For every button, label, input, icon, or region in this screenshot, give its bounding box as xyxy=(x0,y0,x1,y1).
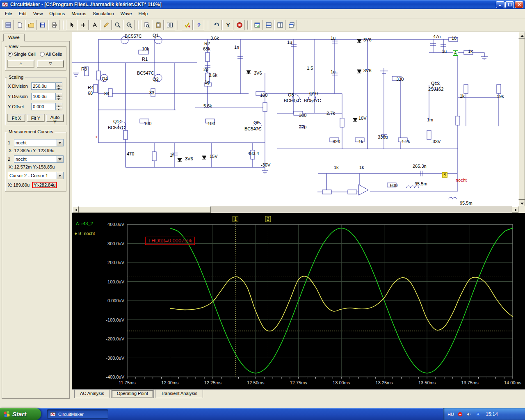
taskbar-task-circuitmaker[interactable]: CircuitMaker xyxy=(47,409,108,419)
horizontal-scroll-thumb[interactable] xyxy=(79,206,211,213)
schematic-vertical-scrollbar[interactable] xyxy=(518,32,525,206)
legend-trace-b[interactable]: B: nocht xyxy=(74,231,95,236)
wave-panel-tab[interactable]: Wave xyxy=(3,34,25,41)
thd-annotation: THDtot=0.00075% xyxy=(145,237,195,245)
y-division-input[interactable] xyxy=(32,93,55,100)
trace-down-button[interactable]: ▽ xyxy=(37,60,64,67)
svg-text:400.0uV: 400.0uV xyxy=(107,222,125,227)
help-button[interactable]: ? xyxy=(193,20,204,30)
svg-text:12.25ms: 12.25ms xyxy=(204,380,222,385)
cursor1-dropdown-arrow-icon[interactable] xyxy=(57,139,63,146)
tile-vertical-button[interactable] xyxy=(274,20,285,30)
y-offset-input[interactable] xyxy=(32,103,55,110)
start-button[interactable]: Start xyxy=(0,408,41,420)
new-file-button[interactable] xyxy=(14,20,25,30)
x-division-input[interactable] xyxy=(32,83,55,89)
vertical-scroll-thumb[interactable] xyxy=(518,39,525,200)
cursor2-signal-dropdown[interactable]: nocht xyxy=(14,155,64,163)
y-division-spinner-down[interactable] xyxy=(56,97,62,100)
scroll-right-arrow-icon[interactable] xyxy=(512,206,518,213)
menu-simulation[interactable]: Simulation xyxy=(89,10,117,17)
close-button[interactable] xyxy=(515,1,523,8)
x-division-spinner-up[interactable] xyxy=(56,83,62,87)
menu-options[interactable]: Options xyxy=(46,10,68,17)
volume-icon[interactable] xyxy=(466,411,472,417)
radio-all-cells[interactable]: All Cells xyxy=(40,52,62,57)
tab-ac-analysis[interactable]: AC Analysis xyxy=(74,390,110,398)
menu-file[interactable]: File xyxy=(2,10,16,17)
split-view-button[interactable] xyxy=(164,20,175,30)
svg-text:13.75ms: 13.75ms xyxy=(461,380,479,385)
menu-help[interactable]: Help xyxy=(135,10,151,17)
tile-horizontal-button[interactable] xyxy=(263,20,274,30)
waveform-plot[interactable]: 11.75ms12.00ms12.25ms12.50ms12.75ms13.00… xyxy=(72,213,525,389)
auto-y-button[interactable]: Auto Y xyxy=(46,114,64,122)
schematic-canvas[interactable]: BC557CQ13.6kR268k1n1u1u3V647n101u1kR310k… xyxy=(72,32,518,206)
text-tool-button[interactable] xyxy=(89,20,100,30)
alert-tray-icon[interactable] xyxy=(457,411,463,417)
tab-transient-analysis[interactable]: Transient Analysis xyxy=(155,390,203,398)
cursor1-signal-dropdown[interactable]: nocht xyxy=(14,139,64,146)
open-file-button[interactable] xyxy=(25,20,37,30)
maximize-button[interactable] xyxy=(505,1,514,8)
component-label: 10 xyxy=(452,36,457,41)
find-component-button[interactable] xyxy=(141,20,152,30)
language-indicator[interactable]: HU xyxy=(447,412,454,417)
svg-text:300.0uV: 300.0uV xyxy=(107,241,125,246)
close-icon xyxy=(517,2,521,7)
zoom-window-button[interactable] xyxy=(123,20,135,30)
clock[interactable]: 15:14 xyxy=(486,411,498,417)
menu-macros[interactable]: Macros xyxy=(68,10,89,17)
component-label: BC547C xyxy=(284,98,301,103)
tab-operating-point[interactable]: Operating Point xyxy=(111,390,154,398)
cursor-diff-dropdown-arrow-icon[interactable] xyxy=(57,172,63,179)
scroll-down-arrow-icon[interactable] xyxy=(518,200,525,206)
select-tool-button[interactable] xyxy=(66,20,77,30)
cursor-diff-dropdown[interactable]: Cursor 2 - Cursor 1 xyxy=(8,172,64,179)
stop-simulation-button[interactable] xyxy=(234,20,245,30)
component-label: 1u xyxy=(331,36,336,41)
schematic-horizontal-scrollbar[interactable] xyxy=(72,206,518,213)
x-division-spinner-down[interactable] xyxy=(56,87,62,90)
menu-wave[interactable]: Wave xyxy=(117,10,135,17)
erc-check-icon xyxy=(184,22,191,28)
clipboard-button[interactable] xyxy=(153,20,164,30)
system-tray: HU 15:14 xyxy=(443,408,525,420)
y-division-label: Y Division xyxy=(8,94,31,99)
wire-tool-button[interactable] xyxy=(100,20,112,30)
zoom-button[interactable] xyxy=(112,20,123,30)
maximize-icon xyxy=(508,2,512,7)
fit-y-button[interactable]: Fit Y xyxy=(27,114,44,122)
component-label: 600 xyxy=(390,183,397,188)
title-bar[interactable]: CircuitMaker - [C:\Program Files\...\har… xyxy=(0,0,525,9)
probe-tool-button[interactable]: Y xyxy=(222,20,233,30)
menu-view[interactable]: View xyxy=(30,10,46,17)
scaling-group: Scaling X Division Y Division xyxy=(5,77,66,125)
radio-single-cell[interactable]: Single Cell xyxy=(8,52,36,57)
y-division-spinner-up[interactable] xyxy=(56,93,62,97)
legend-trace-a[interactable]: A: r43_2 xyxy=(76,221,93,226)
cursor2-dropdown-arrow-icon[interactable] xyxy=(57,156,63,162)
help-icon: ? xyxy=(196,22,202,28)
taskbar: Start CircuitMaker HU 15:14 xyxy=(0,408,525,420)
y-offset-spinner-down[interactable] xyxy=(56,107,62,110)
y-offset-spinner-up[interactable] xyxy=(56,103,62,107)
trace-up-button[interactable]: △ xyxy=(8,60,34,67)
new-waveform-window-button[interactable] xyxy=(251,20,262,30)
print-button[interactable] xyxy=(48,20,59,30)
save-button[interactable] xyxy=(37,20,48,30)
component-label: 10k xyxy=(142,46,149,51)
erc-check-button[interactable] xyxy=(182,20,193,30)
menu-edit[interactable]: Edit xyxy=(16,10,30,17)
component-label: -30V xyxy=(261,162,270,167)
scroll-up-arrow-icon[interactable] xyxy=(518,32,525,39)
scroll-left-arrow-icon[interactable] xyxy=(72,206,79,213)
cascade-windows-button[interactable] xyxy=(286,20,297,30)
reset-button[interactable] xyxy=(211,20,222,30)
place-part-button[interactable] xyxy=(78,20,89,30)
network-icon[interactable] xyxy=(475,411,481,417)
fit-x-button[interactable]: Fit X xyxy=(8,114,25,122)
part-browser-button[interactable] xyxy=(2,20,14,30)
svg-text:-400.0uV: -400.0uV xyxy=(106,374,124,379)
minimize-button[interactable] xyxy=(496,1,504,8)
